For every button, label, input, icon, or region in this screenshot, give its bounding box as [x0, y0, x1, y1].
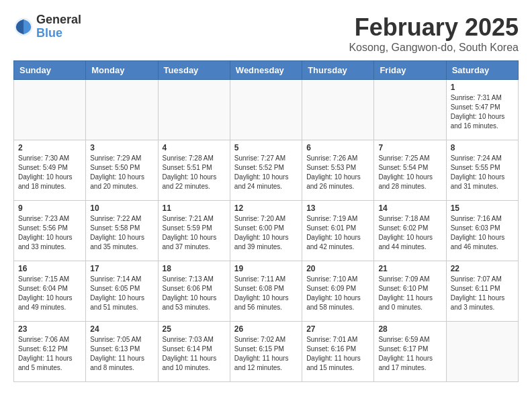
- day-number: 9: [18, 203, 81, 213]
- calendar-cell: 2Sunrise: 7:30 AM Sunset: 5:49 PM Daylig…: [14, 140, 86, 201]
- day-info: Sunrise: 7:21 AM Sunset: 5:59 PM Dayligh…: [163, 214, 226, 252]
- day-info: Sunrise: 7:24 AM Sunset: 5:55 PM Dayligh…: [451, 154, 514, 191]
- calendar-cell: 17Sunrise: 7:14 AM Sunset: 6:05 PM Dayli…: [86, 261, 158, 322]
- day-number: 20: [306, 264, 369, 273]
- weekday-header-tuesday: Tuesday: [158, 61, 230, 80]
- calendar-cell: [86, 80, 158, 140]
- day-info: Sunrise: 7:31 AM Sunset: 5:47 PM Dayligh…: [451, 93, 514, 131]
- calendar-title: February 2025: [349, 13, 519, 42]
- calendar-cell: 10Sunrise: 7:22 AM Sunset: 5:58 PM Dayli…: [86, 201, 158, 261]
- calendar-cell: 18Sunrise: 7:13 AM Sunset: 6:06 PM Dayli…: [158, 261, 230, 322]
- day-number: 19: [234, 264, 298, 273]
- calendar-cell: 9Sunrise: 7:23 AM Sunset: 5:56 PM Daylig…: [14, 201, 86, 261]
- day-number: 24: [90, 324, 153, 334]
- day-number: 5: [234, 143, 298, 152]
- calendar-cell: [374, 80, 446, 140]
- day-number: 27: [306, 324, 369, 334]
- day-info: Sunrise: 7:30 AM Sunset: 5:49 PM Dayligh…: [18, 154, 81, 191]
- title-block: February 2025 Kosong, Gangwon-do, South …: [349, 13, 519, 54]
- weekday-header-wednesday: Wednesday: [230, 61, 302, 80]
- day-info: Sunrise: 7:05 AM Sunset: 6:13 PM Dayligh…: [90, 335, 153, 373]
- calendar-cell: 12Sunrise: 7:20 AM Sunset: 6:00 PM Dayli…: [230, 201, 302, 261]
- calendar-subtitle: Kosong, Gangwon-do, South Korea: [349, 42, 519, 54]
- day-number: 13: [306, 203, 369, 213]
- week-row-4: 16Sunrise: 7:15 AM Sunset: 6:04 PM Dayli…: [14, 261, 519, 322]
- day-number: 28: [378, 324, 441, 334]
- calendar-cell: [14, 80, 86, 140]
- calendar-cell: 19Sunrise: 7:11 AM Sunset: 6:08 PM Dayli…: [230, 261, 302, 322]
- calendar-cell: 20Sunrise: 7:10 AM Sunset: 6:09 PM Dayli…: [302, 261, 374, 322]
- day-info: Sunrise: 7:03 AM Sunset: 6:14 PM Dayligh…: [163, 335, 226, 373]
- day-number: 18: [163, 264, 226, 273]
- day-number: 4: [163, 143, 226, 152]
- day-info: Sunrise: 6:59 AM Sunset: 6:17 PM Dayligh…: [378, 335, 441, 373]
- weekday-header-row: SundayMondayTuesdayWednesdayThursdayFrid…: [14, 61, 519, 80]
- calendar-cell: 11Sunrise: 7:21 AM Sunset: 5:59 PM Dayli…: [158, 201, 230, 261]
- day-number: 2: [18, 143, 81, 152]
- calendar-cell: 7Sunrise: 7:25 AM Sunset: 5:54 PM Daylig…: [374, 140, 446, 201]
- day-info: Sunrise: 7:10 AM Sunset: 6:09 PM Dayligh…: [306, 275, 369, 312]
- day-info: Sunrise: 7:27 AM Sunset: 5:52 PM Dayligh…: [234, 154, 298, 191]
- day-number: 15: [451, 203, 514, 213]
- calendar-cell: [446, 322, 518, 382]
- day-number: 26: [234, 324, 298, 334]
- day-number: 16: [18, 264, 81, 273]
- day-info: Sunrise: 7:26 AM Sunset: 5:53 PM Dayligh…: [306, 154, 369, 191]
- calendar-cell: 8Sunrise: 7:24 AM Sunset: 5:55 PM Daylig…: [446, 140, 518, 201]
- calendar-cell: 16Sunrise: 7:15 AM Sunset: 6:04 PM Dayli…: [14, 261, 86, 322]
- day-info: Sunrise: 7:11 AM Sunset: 6:08 PM Dayligh…: [234, 275, 298, 312]
- logo-blue-text: Blue: [36, 27, 81, 40]
- day-number: 23: [18, 324, 81, 334]
- week-row-5: 23Sunrise: 7:06 AM Sunset: 6:12 PM Dayli…: [14, 322, 519, 382]
- day-number: 12: [234, 203, 298, 213]
- calendar-cell: 14Sunrise: 7:18 AM Sunset: 6:02 PM Dayli…: [374, 201, 446, 261]
- day-number: 22: [451, 264, 514, 273]
- day-number: 25: [163, 324, 226, 334]
- day-info: Sunrise: 7:14 AM Sunset: 6:05 PM Dayligh…: [90, 275, 153, 312]
- day-info: Sunrise: 7:09 AM Sunset: 6:10 PM Dayligh…: [378, 275, 441, 312]
- weekday-header-monday: Monday: [86, 61, 158, 80]
- day-number: 14: [378, 203, 441, 213]
- weekday-header-friday: Friday: [374, 61, 446, 80]
- day-info: Sunrise: 7:02 AM Sunset: 6:15 PM Dayligh…: [234, 335, 298, 373]
- weekday-header-sunday: Sunday: [14, 61, 86, 80]
- day-info: Sunrise: 7:01 AM Sunset: 6:16 PM Dayligh…: [306, 335, 369, 373]
- week-row-3: 9Sunrise: 7:23 AM Sunset: 5:56 PM Daylig…: [14, 201, 519, 261]
- calendar-cell: 6Sunrise: 7:26 AM Sunset: 5:53 PM Daylig…: [302, 140, 374, 201]
- logo-text: General Blue: [36, 13, 81, 40]
- calendar-cell: 13Sunrise: 7:19 AM Sunset: 6:01 PM Dayli…: [302, 201, 374, 261]
- day-info: Sunrise: 7:23 AM Sunset: 5:56 PM Dayligh…: [18, 214, 81, 252]
- day-info: Sunrise: 7:15 AM Sunset: 6:04 PM Dayligh…: [18, 275, 81, 312]
- day-number: 21: [378, 264, 441, 273]
- week-row-2: 2Sunrise: 7:30 AM Sunset: 5:49 PM Daylig…: [14, 140, 519, 201]
- calendar-cell: [230, 80, 302, 140]
- day-info: Sunrise: 7:25 AM Sunset: 5:54 PM Dayligh…: [378, 154, 441, 191]
- day-number: 6: [306, 143, 369, 152]
- day-number: 1: [451, 83, 514, 92]
- day-info: Sunrise: 7:07 AM Sunset: 6:11 PM Dayligh…: [451, 275, 514, 312]
- calendar-table: SundayMondayTuesdayWednesdayThursdayFrid…: [13, 60, 519, 382]
- calendar-cell: 27Sunrise: 7:01 AM Sunset: 6:16 PM Dayli…: [302, 322, 374, 382]
- day-info: Sunrise: 7:28 AM Sunset: 5:51 PM Dayligh…: [163, 154, 226, 191]
- day-number: 7: [378, 143, 441, 152]
- day-info: Sunrise: 7:16 AM Sunset: 6:03 PM Dayligh…: [451, 214, 514, 252]
- week-row-1: 1Sunrise: 7:31 AM Sunset: 5:47 PM Daylig…: [14, 80, 519, 140]
- day-info: Sunrise: 7:06 AM Sunset: 6:12 PM Dayligh…: [18, 335, 81, 373]
- calendar-cell: 28Sunrise: 6:59 AM Sunset: 6:17 PM Dayli…: [374, 322, 446, 382]
- calendar-cell: 5Sunrise: 7:27 AM Sunset: 5:52 PM Daylig…: [230, 140, 302, 201]
- day-number: 3: [90, 143, 153, 152]
- page-header: General Blue February 2025 Kosong, Gangw…: [13, 13, 519, 54]
- calendar-cell: 21Sunrise: 7:09 AM Sunset: 6:10 PM Dayli…: [374, 261, 446, 322]
- day-info: Sunrise: 7:22 AM Sunset: 5:58 PM Dayligh…: [90, 214, 153, 252]
- logo: General Blue: [13, 13, 81, 40]
- day-info: Sunrise: 7:20 AM Sunset: 6:00 PM Dayligh…: [234, 214, 298, 252]
- calendar-cell: [302, 80, 374, 140]
- day-info: Sunrise: 7:29 AM Sunset: 5:50 PM Dayligh…: [90, 154, 153, 191]
- calendar-cell: 26Sunrise: 7:02 AM Sunset: 6:15 PM Dayli…: [230, 322, 302, 382]
- calendar-cell: 1Sunrise: 7:31 AM Sunset: 5:47 PM Daylig…: [446, 80, 518, 140]
- day-number: 10: [90, 203, 153, 213]
- calendar-cell: 15Sunrise: 7:16 AM Sunset: 6:03 PM Dayli…: [446, 201, 518, 261]
- day-info: Sunrise: 7:19 AM Sunset: 6:01 PM Dayligh…: [306, 214, 369, 252]
- calendar-cell: 3Sunrise: 7:29 AM Sunset: 5:50 PM Daylig…: [86, 140, 158, 201]
- calendar-cell: [158, 80, 230, 140]
